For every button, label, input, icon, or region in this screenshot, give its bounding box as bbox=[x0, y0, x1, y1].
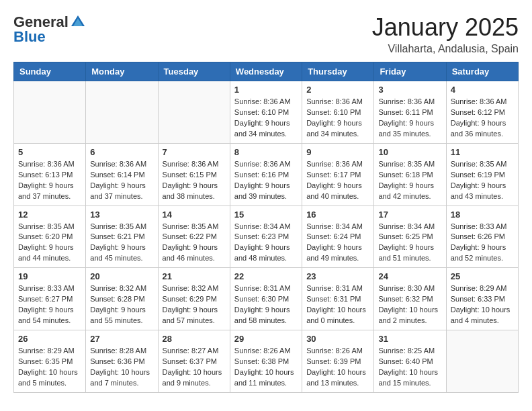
week-row-2: 5Sunrise: 8:36 AM Sunset: 6:13 PM Daylig… bbox=[14, 143, 519, 205]
day-info: Sunrise: 8:30 AM Sunset: 6:32 PM Dayligh… bbox=[378, 283, 441, 326]
page-header: General Blue January 2025 Villaharta, An… bbox=[13, 13, 519, 55]
day-number: 4 bbox=[451, 85, 514, 95]
day-number: 29 bbox=[234, 334, 298, 344]
day-number: 6 bbox=[90, 147, 153, 157]
day-number: 7 bbox=[163, 147, 226, 157]
day-number: 14 bbox=[163, 210, 226, 220]
calendar-cell: 16Sunrise: 8:34 AM Sunset: 6:24 PM Dayli… bbox=[302, 205, 374, 268]
day-number: 10 bbox=[378, 147, 441, 157]
calendar-cell bbox=[446, 330, 518, 393]
day-info: Sunrise: 8:29 AM Sunset: 6:35 PM Dayligh… bbox=[18, 346, 81, 389]
calendar-cell: 7Sunrise: 8:36 AM Sunset: 6:15 PM Daylig… bbox=[158, 143, 230, 205]
calendar-cell: 12Sunrise: 8:35 AM Sunset: 6:20 PM Dayli… bbox=[14, 205, 86, 268]
calendar-cell: 22Sunrise: 8:31 AM Sunset: 6:30 PM Dayli… bbox=[230, 268, 302, 330]
day-number: 22 bbox=[234, 271, 298, 281]
week-row-3: 12Sunrise: 8:35 AM Sunset: 6:20 PM Dayli… bbox=[14, 205, 519, 268]
calendar-cell: 15Sunrise: 8:34 AM Sunset: 6:23 PM Dayli… bbox=[230, 205, 302, 268]
calendar-cell: 26Sunrise: 8:29 AM Sunset: 6:35 PM Dayli… bbox=[14, 330, 86, 393]
calendar-cell: 2Sunrise: 8:36 AM Sunset: 6:10 PM Daylig… bbox=[302, 81, 374, 144]
day-info: Sunrise: 8:33 AM Sunset: 6:27 PM Dayligh… bbox=[18, 283, 81, 326]
day-info: Sunrise: 8:34 AM Sunset: 6:24 PM Dayligh… bbox=[306, 222, 369, 265]
day-number: 19 bbox=[18, 271, 81, 281]
calendar-table: SundayMondayTuesdayWednesdayThursdayFrid… bbox=[13, 62, 519, 393]
calendar-cell: 17Sunrise: 8:34 AM Sunset: 6:25 PM Dayli… bbox=[374, 205, 446, 268]
day-info: Sunrise: 8:26 AM Sunset: 6:39 PM Dayligh… bbox=[306, 346, 369, 389]
day-info: Sunrise: 8:34 AM Sunset: 6:23 PM Dayligh… bbox=[234, 222, 298, 265]
day-info: Sunrise: 8:36 AM Sunset: 6:16 PM Dayligh… bbox=[234, 159, 298, 202]
calendar-cell: 11Sunrise: 8:35 AM Sunset: 6:19 PM Dayli… bbox=[446, 143, 518, 205]
day-number: 15 bbox=[234, 210, 298, 220]
calendar-cell: 3Sunrise: 8:36 AM Sunset: 6:11 PM Daylig… bbox=[374, 81, 446, 144]
day-info: Sunrise: 8:26 AM Sunset: 6:38 PM Dayligh… bbox=[234, 346, 298, 389]
day-info: Sunrise: 8:33 AM Sunset: 6:26 PM Dayligh… bbox=[451, 222, 514, 265]
day-number: 13 bbox=[90, 210, 153, 220]
calendar-header-friday: Friday bbox=[374, 62, 446, 81]
calendar-cell: 21Sunrise: 8:32 AM Sunset: 6:29 PM Dayli… bbox=[158, 268, 230, 330]
day-number: 31 bbox=[378, 334, 441, 344]
calendar-header-sunday: Sunday bbox=[14, 62, 86, 81]
day-info: Sunrise: 8:35 AM Sunset: 6:20 PM Dayligh… bbox=[18, 222, 81, 265]
calendar-cell: 25Sunrise: 8:29 AM Sunset: 6:33 PM Dayli… bbox=[446, 268, 518, 330]
day-info: Sunrise: 8:36 AM Sunset: 6:17 PM Dayligh… bbox=[306, 159, 369, 202]
day-info: Sunrise: 8:27 AM Sunset: 6:37 PM Dayligh… bbox=[163, 346, 226, 389]
day-info: Sunrise: 8:35 AM Sunset: 6:21 PM Dayligh… bbox=[90, 222, 153, 265]
week-row-5: 26Sunrise: 8:29 AM Sunset: 6:35 PM Dayli… bbox=[14, 330, 519, 393]
calendar-header-saturday: Saturday bbox=[446, 62, 518, 81]
day-info: Sunrise: 8:32 AM Sunset: 6:29 PM Dayligh… bbox=[163, 283, 226, 326]
month-title: January 2025 bbox=[372, 13, 519, 42]
day-number: 18 bbox=[451, 210, 514, 220]
day-info: Sunrise: 8:29 AM Sunset: 6:33 PM Dayligh… bbox=[451, 283, 514, 326]
week-row-1: 1Sunrise: 8:36 AM Sunset: 6:10 PM Daylig… bbox=[14, 81, 519, 144]
logo-icon bbox=[70, 14, 86, 30]
day-info: Sunrise: 8:28 AM Sunset: 6:36 PM Dayligh… bbox=[90, 346, 153, 389]
day-info: Sunrise: 8:35 AM Sunset: 6:19 PM Dayligh… bbox=[451, 159, 514, 202]
day-number: 20 bbox=[90, 271, 153, 281]
day-number: 1 bbox=[234, 85, 298, 95]
day-number: 2 bbox=[306, 85, 369, 95]
calendar-cell: 27Sunrise: 8:28 AM Sunset: 6:36 PM Dayli… bbox=[86, 330, 158, 393]
day-info: Sunrise: 8:36 AM Sunset: 6:11 PM Dayligh… bbox=[378, 97, 441, 140]
day-info: Sunrise: 8:36 AM Sunset: 6:10 PM Dayligh… bbox=[306, 97, 369, 140]
day-info: Sunrise: 8:34 AM Sunset: 6:25 PM Dayligh… bbox=[378, 222, 441, 265]
day-number: 30 bbox=[306, 334, 369, 344]
day-info: Sunrise: 8:25 AM Sunset: 6:40 PM Dayligh… bbox=[378, 346, 441, 389]
day-number: 27 bbox=[90, 334, 153, 344]
calendar-cell: 10Sunrise: 8:35 AM Sunset: 6:18 PM Dayli… bbox=[374, 143, 446, 205]
day-number: 8 bbox=[234, 147, 298, 157]
day-number: 5 bbox=[18, 147, 81, 157]
calendar-cell: 6Sunrise: 8:36 AM Sunset: 6:14 PM Daylig… bbox=[86, 143, 158, 205]
calendar-cell bbox=[86, 81, 158, 144]
calendar-cell: 1Sunrise: 8:36 AM Sunset: 6:10 PM Daylig… bbox=[230, 81, 302, 144]
day-number: 3 bbox=[378, 85, 441, 95]
day-number: 25 bbox=[451, 271, 514, 281]
day-info: Sunrise: 8:36 AM Sunset: 6:14 PM Dayligh… bbox=[90, 159, 153, 202]
calendar-cell: 23Sunrise: 8:31 AM Sunset: 6:31 PM Dayli… bbox=[302, 268, 374, 330]
day-number: 17 bbox=[378, 210, 441, 220]
day-number: 12 bbox=[18, 210, 81, 220]
day-info: Sunrise: 8:31 AM Sunset: 6:30 PM Dayligh… bbox=[234, 283, 298, 326]
calendar-cell: 24Sunrise: 8:30 AM Sunset: 6:32 PM Dayli… bbox=[374, 268, 446, 330]
location: Villaharta, Andalusia, Spain bbox=[372, 43, 519, 55]
calendar-cell bbox=[158, 81, 230, 144]
calendar-cell: 8Sunrise: 8:36 AM Sunset: 6:16 PM Daylig… bbox=[230, 143, 302, 205]
calendar-cell: 19Sunrise: 8:33 AM Sunset: 6:27 PM Dayli… bbox=[14, 268, 86, 330]
day-info: Sunrise: 8:35 AM Sunset: 6:22 PM Dayligh… bbox=[163, 222, 226, 265]
calendar-cell: 13Sunrise: 8:35 AM Sunset: 6:21 PM Dayli… bbox=[86, 205, 158, 268]
week-row-4: 19Sunrise: 8:33 AM Sunset: 6:27 PM Dayli… bbox=[14, 268, 519, 330]
logo: General Blue bbox=[13, 13, 86, 46]
calendar-cell: 9Sunrise: 8:36 AM Sunset: 6:17 PM Daylig… bbox=[302, 143, 374, 205]
day-info: Sunrise: 8:36 AM Sunset: 6:15 PM Dayligh… bbox=[163, 159, 226, 202]
calendar-header-monday: Monday bbox=[86, 62, 158, 81]
day-number: 26 bbox=[18, 334, 81, 344]
day-info: Sunrise: 8:36 AM Sunset: 6:10 PM Dayligh… bbox=[234, 97, 298, 140]
day-number: 9 bbox=[306, 147, 369, 157]
calendar-header-wednesday: Wednesday bbox=[230, 62, 302, 81]
day-info: Sunrise: 8:31 AM Sunset: 6:31 PM Dayligh… bbox=[306, 283, 369, 326]
title-section: January 2025 Villaharta, Andalusia, Spai… bbox=[372, 13, 519, 55]
calendar-cell: 20Sunrise: 8:32 AM Sunset: 6:28 PM Dayli… bbox=[86, 268, 158, 330]
calendar-cell: 29Sunrise: 8:26 AM Sunset: 6:38 PM Dayli… bbox=[230, 330, 302, 393]
calendar-cell: 4Sunrise: 8:36 AM Sunset: 6:12 PM Daylig… bbox=[446, 81, 518, 144]
calendar-cell: 18Sunrise: 8:33 AM Sunset: 6:26 PM Dayli… bbox=[446, 205, 518, 268]
day-number: 11 bbox=[451, 147, 514, 157]
day-number: 21 bbox=[163, 271, 226, 281]
